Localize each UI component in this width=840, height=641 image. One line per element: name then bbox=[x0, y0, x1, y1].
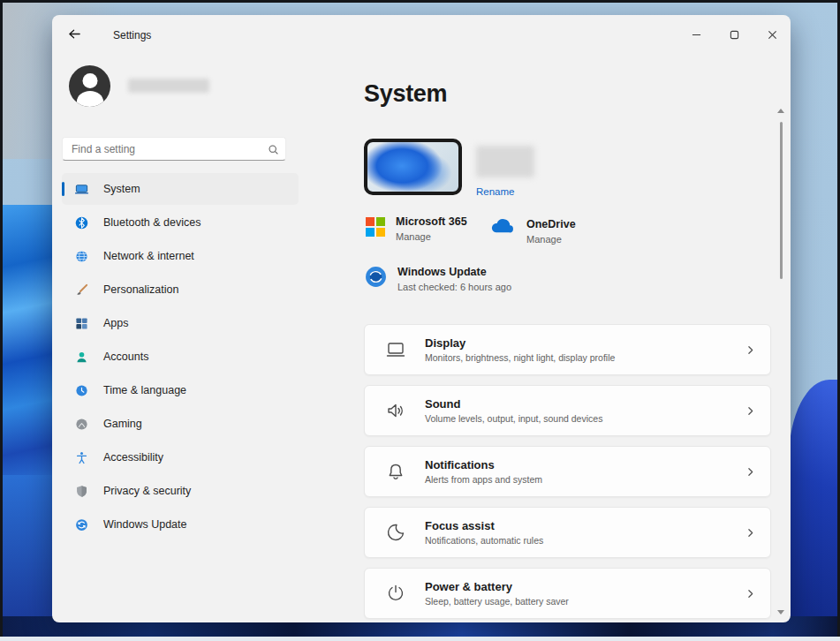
windows-update-badge-icon bbox=[365, 266, 387, 291]
chevron-right-icon bbox=[745, 344, 756, 356]
desktop: Settings bbox=[0, 0, 840, 641]
screenshot-border-left bbox=[0, 0, 3, 637]
sidebar-item-label: System bbox=[103, 183, 140, 195]
minimize-button[interactable] bbox=[683, 22, 709, 49]
scrollbar-thumb[interactable] bbox=[780, 122, 783, 279]
system-icon bbox=[73, 181, 89, 197]
sidebar-item-bluetooth-devices[interactable]: Bluetooth & devices bbox=[62, 207, 299, 238]
window-controls bbox=[683, 22, 785, 49]
sidebar-item-time-language[interactable]: Time & language bbox=[62, 374, 299, 406]
chevron-right-icon bbox=[745, 588, 756, 600]
card-sound[interactable]: Sound Volume levels, output, input, soun… bbox=[364, 385, 771, 436]
search-input[interactable] bbox=[62, 137, 286, 161]
chevron-right-icon bbox=[745, 405, 756, 417]
sidebar-item-accessibility[interactable]: Accessibility bbox=[62, 441, 299, 473]
bell-icon bbox=[384, 461, 407, 482]
card-power-battery[interactable]: Power & battery Sleep, battery usage, ba… bbox=[364, 568, 771, 619]
screenshot-border-top bbox=[0, 0, 840, 3]
sidebar-item-gaming[interactable]: Gaming bbox=[62, 408, 299, 440]
page-title: System bbox=[364, 80, 447, 108]
card-subtitle: Sleep, battery usage, battery saver bbox=[425, 596, 569, 607]
scrollbar-up-arrow[interactable] bbox=[777, 109, 784, 113]
power-icon bbox=[384, 583, 407, 604]
card-subtitle: Alerts from apps and system bbox=[425, 474, 542, 485]
card-title: Sound bbox=[425, 397, 602, 411]
globe-icon bbox=[73, 248, 89, 264]
sidebar-item-label: Bluetooth & devices bbox=[103, 216, 201, 229]
card-focus-assist[interactable]: Focus assist Notifications, automatic ru… bbox=[364, 507, 771, 558]
card-notifications[interactable]: Notifications Alerts from apps and syste… bbox=[364, 446, 771, 497]
sidebar-item-label: Gaming bbox=[103, 418, 142, 430]
quicklink-windows-update[interactable]: Windows Update Last checked: 6 hours ago bbox=[365, 266, 511, 292]
sidebar-item-label: Privacy & security bbox=[103, 485, 191, 497]
bluetooth-icon bbox=[73, 215, 89, 230]
sidebar-item-label: Apps bbox=[103, 317, 129, 329]
device-name-redacted bbox=[476, 146, 534, 177]
rename-link[interactable]: Rename bbox=[476, 186, 514, 197]
monitor-icon bbox=[384, 339, 407, 360]
avatar-head bbox=[82, 73, 97, 88]
wallpaper-left-deep bbox=[0, 475, 57, 625]
sidebar-item-label: Network & internet bbox=[103, 250, 194, 262]
maximize-button[interactable] bbox=[721, 22, 747, 49]
quicklink-subtitle: Last checked: 6 hours ago bbox=[397, 282, 511, 292]
quicklink-microsoft-365[interactable]: Microsoft 365 Manage bbox=[366, 215, 467, 242]
sidebar-item-apps[interactable]: Apps bbox=[62, 307, 299, 339]
quicklink-title: OneDrive bbox=[526, 218, 576, 230]
card-subtitle: Notifications, automatic rules bbox=[425, 535, 543, 546]
sidebar-item-windows-update[interactable]: Windows Update bbox=[62, 509, 299, 540]
sidebar-item-label: Personalization bbox=[103, 283, 178, 296]
wallpaper-left-bloom bbox=[0, 205, 57, 479]
sidebar-nav: System Bluetooth & devices Network & int… bbox=[62, 173, 299, 542]
sidebar-item-network-internet[interactable]: Network & internet bbox=[62, 240, 299, 272]
arrow-left-icon bbox=[68, 27, 81, 44]
avatar bbox=[69, 65, 110, 107]
quicklink-subtitle: Manage bbox=[396, 231, 467, 242]
person-icon bbox=[73, 349, 89, 365]
clock-icon bbox=[73, 382, 89, 398]
chevron-right-icon bbox=[745, 466, 756, 478]
quicklink-onedrive[interactable]: OneDrive Manage bbox=[489, 218, 576, 245]
sidebar-item-label: Accounts bbox=[103, 351, 148, 363]
scrollbar-down-arrow[interactable] bbox=[777, 610, 784, 615]
card-subtitle: Monitors, brightness, night light, displ… bbox=[425, 352, 615, 363]
avatar-shoulders bbox=[77, 91, 103, 107]
sidebar-item-personalization[interactable]: Personalization bbox=[62, 274, 299, 305]
close-icon bbox=[768, 27, 777, 43]
sidebar-item-accounts[interactable]: Accounts bbox=[62, 341, 299, 373]
speaker-icon bbox=[384, 400, 407, 421]
close-button[interactable] bbox=[759, 22, 785, 49]
sidebar-item-system[interactable]: System bbox=[62, 173, 299, 205]
windows-update-icon bbox=[73, 517, 89, 532]
card-display[interactable]: Display Monitors, brightness, night ligh… bbox=[364, 324, 771, 375]
paintbrush-icon bbox=[73, 282, 89, 298]
shield-icon bbox=[73, 483, 89, 499]
search-icon bbox=[268, 143, 279, 159]
apps-grid-icon bbox=[73, 315, 89, 331]
titlebar: Settings bbox=[52, 15, 791, 56]
main-content: System Rename Microsoft 365 Manage bbox=[310, 56, 791, 622]
card-title: Focus assist bbox=[425, 519, 543, 532]
card-title: Power & battery bbox=[425, 580, 569, 593]
selected-accent bbox=[62, 182, 64, 196]
app-title: Settings bbox=[113, 29, 151, 41]
sidebar: System Bluetooth & devices Network & int… bbox=[52, 56, 310, 622]
settings-window: Settings bbox=[52, 15, 791, 622]
back-button[interactable] bbox=[61, 22, 87, 49]
sidebar-item-label: Accessibility bbox=[103, 451, 163, 464]
device-meta: Rename bbox=[476, 146, 534, 199]
card-title: Display bbox=[425, 336, 615, 350]
accessibility-person-icon bbox=[73, 449, 89, 465]
quicklink-title: Windows Update bbox=[397, 266, 511, 278]
moon-icon bbox=[384, 522, 407, 543]
settings-cards: Display Monitors, brightness, night ligh… bbox=[364, 324, 771, 622]
quicklink-title: Microsoft 365 bbox=[396, 215, 467, 228]
sidebar-item-privacy-security[interactable]: Privacy & security bbox=[62, 475, 299, 507]
sidebar-item-label: Windows Update bbox=[103, 518, 187, 531]
onedrive-cloud-icon bbox=[489, 218, 516, 238]
search-box bbox=[62, 137, 286, 161]
xbox-icon bbox=[73, 416, 89, 432]
screenshot-border-bottom bbox=[0, 637, 840, 641]
card-title: Notifications bbox=[425, 458, 542, 471]
quicklink-subtitle: Manage bbox=[526, 234, 576, 245]
